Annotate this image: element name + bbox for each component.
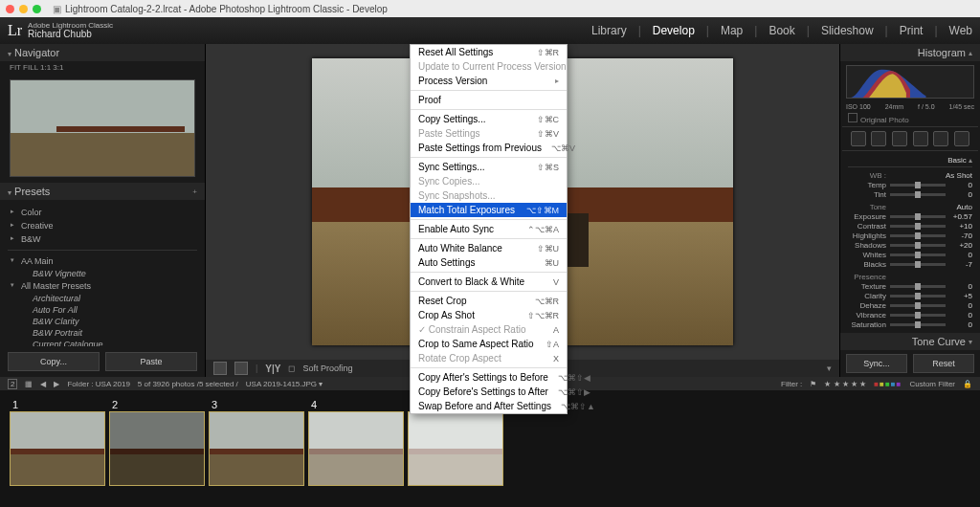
menu-item[interactable]: Process Version▸	[411, 74, 567, 88]
sync-button[interactable]: Sync...	[846, 354, 907, 373]
toolbar-expand-icon[interactable]: ▾	[827, 364, 832, 373]
color-filter-icons[interactable]: ■■■■■	[874, 380, 902, 388]
zoom-window-dot[interactable]	[33, 5, 41, 13]
slider-highlights[interactable]: Highlights-70	[848, 231, 972, 240]
slider-clarity[interactable]: Clarity+5	[848, 292, 972, 300]
slider-temp[interactable]: Temp0	[848, 181, 972, 189]
menu-item[interactable]: Copy After's Settings to Before⌥⌘⇧◀	[411, 370, 567, 385]
filmstrip-thumb[interactable]: 2	[109, 411, 205, 486]
menu-item: ✓ Constrain Aspect RatioA	[411, 322, 567, 337]
lightroom-doc-icon: ▣	[53, 4, 61, 14]
slider-tint[interactable]: Tint0	[848, 190, 972, 199]
lightroom-logo: Lr	[8, 22, 22, 39]
preset-item[interactable]: B&W Portrait	[8, 327, 197, 339]
menu-item[interactable]: Copy Before's Settings to After⌥⌘⇧▶	[411, 385, 567, 399]
yy-icon[interactable]: Y|Y	[265, 364, 280, 374]
grid-icon[interactable]: ▦	[25, 380, 33, 388]
preset-group[interactable]: B&W	[8, 232, 197, 246]
preset-item[interactable]: B&W Clarity	[8, 316, 197, 327]
menu-item[interactable]: Reset Crop⌥⌘R	[411, 294, 567, 308]
menu-item: Update to Current Process Version	[411, 59, 567, 74]
slider-dehaze[interactable]: Dehaze0	[848, 301, 972, 310]
module-develop[interactable]: Develop	[653, 24, 695, 37]
close-window-dot[interactable]	[6, 5, 14, 13]
slider-shadows[interactable]: Shadows+20	[848, 241, 972, 250]
rating-filter-icon[interactable]: ★ ★ ★ ★ ★	[824, 380, 866, 388]
menu-item[interactable]: Paste Settings from Previous⌥⌘V	[411, 141, 567, 155]
loupe-view-icon[interactable]	[213, 362, 227, 375]
menu-item[interactable]: Reset All Settings⇧⌘R	[411, 45, 567, 59]
histogram-header[interactable]: Histogram ▴	[840, 44, 980, 61]
slider-texture[interactable]: Texture0	[848, 282, 972, 291]
basic-panel: Basic ▴WB :As ShotTemp0Tint0ToneAutoExpo…	[840, 151, 980, 333]
forward-icon[interactable]: ▶	[54, 380, 59, 388]
menu-item: Paste Settings⇧⌘V	[411, 126, 567, 141]
folder-path[interactable]: Folder : USA 2019	[67, 380, 129, 388]
menu-item[interactable]: Convert to Black & WhiteV	[411, 275, 567, 289]
reset-button[interactable]: Reset	[913, 354, 974, 373]
grad-tool-icon[interactable]	[913, 131, 928, 146]
slider-exposure[interactable]: Exposure+0.57	[848, 212, 972, 221]
presets-header[interactable]: ▾ Presets +	[0, 183, 205, 200]
slider-whites[interactable]: Whites0	[848, 251, 972, 259]
spot-tool-icon[interactable]	[871, 131, 886, 146]
soft-proofing-label[interactable]: Soft Proofing	[302, 364, 352, 373]
slider-vibrance[interactable]: Vibrance0	[848, 311, 972, 320]
filmstrip-thumb[interactable]: 3	[209, 411, 304, 486]
copy-button[interactable]: Copy...	[8, 352, 100, 371]
tone-curve-header[interactable]: Tone Curve ▾	[840, 333, 980, 350]
filmstrip-thumb[interactable]: 5	[408, 411, 503, 486]
filmstrip-thumb[interactable]: 1	[10, 411, 105, 486]
filter-lock-icon[interactable]: 🔒	[963, 380, 972, 388]
navigator-header[interactable]: ▾ Navigator	[0, 44, 205, 61]
preset-item[interactable]: Current Catalogue	[8, 339, 197, 346]
radial-tool-icon[interactable]	[933, 131, 948, 146]
preset-group[interactable]: AA Main	[8, 254, 197, 268]
module-library[interactable]: Library	[591, 24, 627, 37]
custom-filter[interactable]: Custom Filter	[909, 380, 955, 388]
menu-item[interactable]: Proof	[411, 93, 567, 107]
menu-item[interactable]: Sync Settings...⇧⌘S	[411, 160, 567, 174]
preset-item[interactable]: Architectural	[8, 293, 197, 304]
menu-item[interactable]: Crop As Shot⇧⌥⌘R	[411, 308, 567, 322]
before-after-icon[interactable]	[234, 362, 248, 375]
menu-item[interactable]: Swap Before and After Settings⌥⌘⇧▲	[411, 399, 567, 413]
preset-group[interactable]: Color	[8, 206, 197, 219]
slider-saturation[interactable]: Saturation0	[848, 320, 972, 329]
menu-item[interactable]: Crop to Same Aspect Ratio⇧A	[411, 337, 567, 351]
preset-group[interactable]: All Master Presets	[8, 279, 197, 293]
navigator-zoom-levels[interactable]: FIT FILL 1:1 3:1	[0, 61, 205, 74]
preset-item[interactable]: B&W Vignette	[8, 268, 197, 279]
preset-item[interactable]: Auto For All	[8, 304, 197, 316]
current-filename[interactable]: USA 2019-1415.JPG ▾	[246, 380, 323, 388]
filmstrip-thumb[interactable]: 4	[308, 411, 404, 486]
brush-tool-icon[interactable]	[954, 131, 969, 146]
slider-blacks[interactable]: Blacks-7	[848, 260, 972, 269]
minimize-window-dot[interactable]	[19, 5, 28, 13]
menu-item[interactable]: Copy Settings...⇧⌘C	[411, 112, 567, 126]
module-map[interactable]: Map	[721, 24, 743, 37]
app-header: Lr Adobe Lightroom Classic Richard Chubb…	[0, 17, 980, 44]
second-window-icon[interactable]: 2	[8, 379, 17, 389]
navigator-thumbnail[interactable]	[10, 79, 195, 177]
slider-contrast[interactable]: Contrast+10	[848, 222, 972, 231]
histogram[interactable]	[846, 65, 974, 99]
menu-item[interactable]: Auto White Balance⇧⌘U	[411, 241, 567, 255]
menu-item: Sync Copies...	[411, 174, 567, 188]
back-icon[interactable]: ◀	[40, 380, 46, 388]
module-slideshow[interactable]: Slideshow	[821, 24, 874, 37]
module-web[interactable]: Web	[949, 24, 972, 37]
menu-item[interactable]: Auto Settings⌘U	[411, 255, 567, 270]
presets-add-icon[interactable]: +	[192, 187, 197, 196]
flag-filter-icon[interactable]: ⚑	[810, 380, 816, 388]
module-print[interactable]: Print	[900, 24, 924, 37]
module-nav: Library|Develop|Map|Book|Slideshow|Print…	[591, 24, 972, 37]
menu-item[interactable]: Enable Auto Sync⌃⌥⌘A	[411, 222, 567, 236]
paste-button[interactable]: Paste	[105, 352, 197, 371]
menu-item[interactable]: Match Total Exposures⌥⇧⌘M	[411, 203, 567, 217]
crop-tool-icon[interactable]	[851, 131, 866, 146]
redeye-tool-icon[interactable]	[892, 131, 907, 146]
module-book[interactable]: Book	[768, 24, 794, 37]
user-name: Richard Chubb	[28, 30, 113, 39]
preset-group[interactable]: Creative	[8, 219, 197, 232]
